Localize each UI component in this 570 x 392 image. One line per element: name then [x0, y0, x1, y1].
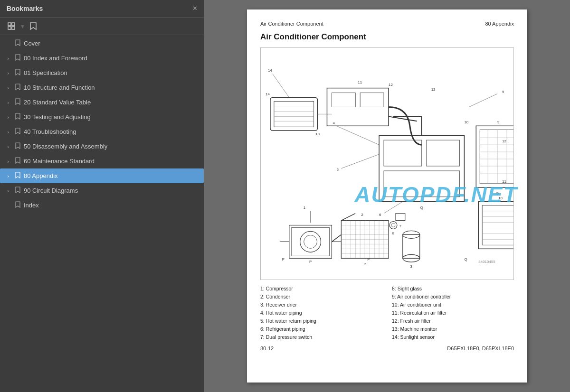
svg-text:10: 10	[464, 120, 468, 124]
sidebar-item-40[interactable]: ›40 Troubleshooting	[0, 124, 204, 139]
svg-text:9: 9	[502, 90, 504, 94]
svg-text:13: 13	[315, 132, 320, 136]
caption-item: 6: Refrigerant piping	[260, 325, 382, 333]
bookmark-icon	[13, 187, 22, 195]
sidebar-item-cover[interactable]: Cover	[0, 36, 204, 51]
svg-text:10: 10	[498, 196, 503, 200]
chevron-icon: ›	[5, 70, 11, 76]
svg-text:P: P	[367, 257, 370, 261]
sidebar-item-80[interactable]: ›80 Appendix	[0, 168, 204, 183]
caption-item: 5: Hot water return piping	[260, 317, 382, 325]
page-header: Air Conditioner Component 80 Appendix	[260, 21, 514, 27]
caption-grid: 1: Compressor8: Sight glass2: Condenser9…	[260, 285, 514, 341]
chevron-icon: ›	[5, 100, 11, 105]
bookmark-icon	[13, 84, 22, 92]
svg-text:12: 12	[389, 83, 393, 87]
sidebar-title: Bookmarks	[7, 5, 43, 12]
bookmark-label: 60 Maintenance Standard	[24, 158, 200, 165]
bookmark-label: 50 Disassembly and Assembly	[24, 143, 200, 150]
caption-item: 12: Fresh air filter	[392, 317, 514, 325]
caption-item: 1: Compressor	[260, 285, 382, 292]
chevron-icon: ›	[5, 114, 11, 120]
svg-rect-1	[12, 23, 15, 26]
caption-item: 14: Sunlight sensor	[392, 333, 514, 341]
bookmark-label: 00 Index and Foreword	[24, 55, 200, 62]
page-footer-right: D65EXI-18E0, D65PXI-18E0	[447, 345, 514, 351]
expand-icon	[7, 22, 16, 30]
svg-text:P: P	[282, 257, 285, 261]
chevron-icon: ›	[5, 56, 11, 61]
caption-item: 10: Air conditioner unit	[392, 301, 514, 308]
bookmark-icon	[13, 39, 22, 47]
sidebar-items-list: Cover›00 Index and Foreword›01 Specifica…	[0, 35, 204, 392]
sidebar-item-20[interactable]: ›20 Standard Value Table	[0, 95, 204, 110]
caption-item: 11: Recirculation air filter	[392, 309, 514, 317]
chevron-icon: ›	[5, 85, 11, 91]
svg-text:Q: Q	[420, 205, 423, 210]
sidebar-header: Bookmarks ×	[0, 0, 204, 18]
svg-text:12: 12	[431, 87, 436, 92]
sidebar-item-90[interactable]: ›90 Circuit Diagrams	[0, 183, 204, 198]
svg-text:3: 3	[410, 264, 413, 269]
svg-text:7: 7	[399, 224, 402, 228]
svg-text:9: 9	[497, 120, 500, 124]
sidebar-item-60[interactable]: ›60 Maintenance Standard	[0, 154, 204, 168]
sidebar-item-00[interactable]: ›00 Index and Foreword	[0, 51, 204, 65]
bookmark-label: 40 Troubleshooting	[24, 128, 200, 135]
svg-rect-2	[8, 27, 11, 29]
svg-text:8: 8	[392, 231, 395, 235]
sidebar-item-10[interactable]: ›10 Structure and Function	[0, 80, 204, 95]
page-container: Air Conditioner Component 80 Appendix Ai…	[247, 9, 527, 383]
svg-rect-3	[12, 27, 15, 29]
caption-item: 8: Sight glass	[392, 285, 514, 292]
svg-text:4: 4	[332, 121, 335, 125]
svg-rect-4	[261, 60, 513, 268]
svg-text:14: 14	[268, 68, 272, 73]
bookmark-toolbar-icon	[29, 22, 37, 30]
bookmark-icon	[13, 54, 22, 62]
bookmark-label: 30 Testing and Adjusting	[24, 113, 200, 121]
expand-all-button[interactable]	[5, 20, 18, 32]
bookmark-label: 10 Structure and Function	[24, 84, 200, 91]
bookmark-icon	[13, 201, 22, 209]
bookmark-icon	[13, 69, 22, 77]
sidebar-item-30[interactable]: ›30 Testing and Adjusting	[0, 110, 204, 124]
caption-item: 3: Receiver drier	[260, 301, 382, 308]
caption-item: 13: Machine monitor	[392, 325, 514, 333]
sidebar-item-01[interactable]: ›01 Specification	[0, 65, 204, 80]
svg-text:12: 12	[502, 139, 506, 143]
bookmark-view-button[interactable]	[27, 20, 39, 32]
bookmark-icon	[13, 157, 22, 165]
close-button[interactable]: ×	[193, 5, 197, 12]
svg-text:6: 6	[379, 213, 381, 217]
sidebar-item-index[interactable]: Index	[0, 198, 204, 213]
sidebar-toolbar: ▾	[0, 18, 204, 35]
svg-text:11: 11	[502, 179, 506, 184]
caption-item: 9: Air conditioner controller	[392, 293, 514, 300]
svg-text:11: 11	[358, 80, 362, 84]
bookmark-label: 20 Standard Value Table	[24, 99, 200, 106]
caption-item: 7: Dual pressure switch	[260, 333, 382, 341]
chevron-icon: ›	[5, 188, 11, 194]
caption-item: 4: Hot water piping	[260, 309, 382, 317]
svg-text:P: P	[309, 260, 312, 264]
bookmark-icon	[13, 172, 22, 180]
svg-text:P: P	[364, 262, 366, 266]
svg-text:1: 1	[304, 205, 306, 210]
page-footer-left: 80-12	[260, 345, 274, 351]
svg-rect-0	[8, 23, 11, 26]
svg-text:2: 2	[361, 213, 363, 217]
chevron-icon: ›	[5, 173, 11, 179]
bookmark-label: Cover	[24, 40, 200, 47]
svg-text:5: 5	[336, 168, 339, 172]
bookmark-label: 90 Circuit Diagrams	[24, 187, 200, 194]
bookmark-icon	[13, 142, 22, 150]
bookmark-icon	[13, 113, 22, 121]
bookmark-label: Index	[24, 202, 200, 209]
sidebar-item-50[interactable]: ›50 Disassembly and Assembly	[0, 139, 204, 154]
bookmark-label: 80 Appendix	[24, 172, 200, 179]
page-header-right: 80 Appendix	[485, 21, 514, 27]
svg-text:Q: Q	[496, 191, 499, 196]
bookmark-label: 01 Specification	[24, 69, 200, 76]
svg-text:84010455: 84010455	[478, 260, 495, 264]
